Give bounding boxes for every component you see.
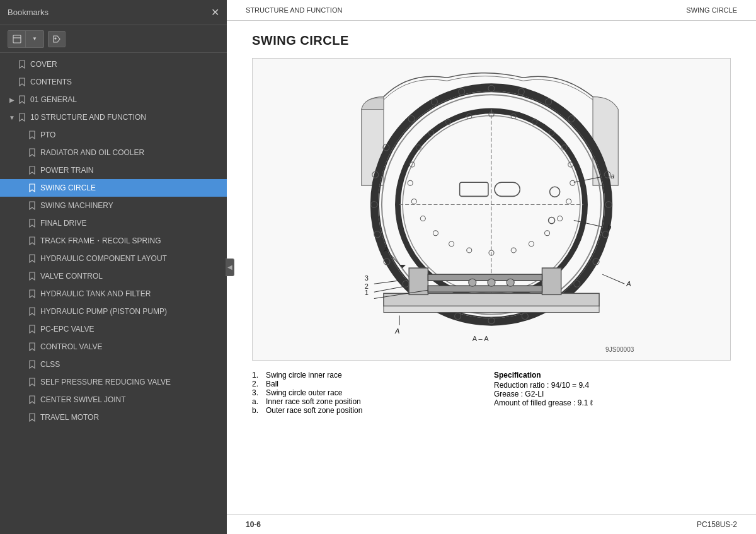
bookmark-icon — [18, 113, 26, 122]
sidebar-item-center-swivel[interactable]: CENTER SWIVEL JOINT — [0, 391, 227, 409]
svg-text:3: 3 — [365, 274, 369, 282]
sidebar-title: Bookmarks — [8, 8, 49, 17]
page-layout-button[interactable] — [8, 31, 26, 47]
page-title: SWING CIRCLE — [252, 33, 349, 47]
part-number: 2. — [252, 380, 262, 388]
sidebar-item-pc-epc[interactable]: PC-EPC VALVE — [0, 320, 227, 338]
chevron-icon: ▼ — [8, 113, 16, 122]
sidebar-item-travel-motor[interactable]: TRAVEL MOTOR — [0, 409, 227, 426]
part-number: 1. — [252, 371, 262, 380]
sidebar-item-valve-control[interactable]: VALVE CONTROL — [0, 267, 227, 285]
sidebar-item-swing-circle[interactable]: SWING CIRCLE — [0, 179, 227, 197]
bookmark-icon — [28, 166, 37, 175]
svg-rect-0 — [13, 35, 21, 43]
sidebar-item-hydraulic-tank[interactable]: HYDRAULIC TANK AND FILTER — [0, 285, 227, 303]
header-left-text: STRUCTURE AND FUNCTION — [246, 6, 342, 14]
chevron-icon — [18, 219, 26, 228]
bookmark-icon — [28, 342, 37, 351]
part-number: b. — [252, 406, 262, 415]
sidebar-item-label: VALVE CONTROL — [40, 272, 103, 281]
document-id: PC158US-2 — [697, 520, 737, 529]
chevron-icon — [18, 166, 26, 175]
sidebar-item-10-structure[interactable]: ▼10 STRUCTURE AND FUNCTION — [0, 108, 227, 126]
svg-text:9JS00003: 9JS00003 — [605, 346, 634, 353]
sidebar-item-label: SWING MACHINERY — [40, 201, 113, 210]
sidebar-item-pto[interactable]: PTO — [0, 126, 227, 144]
bookmark-icon — [28, 413, 37, 422]
svg-point-77 — [507, 279, 514, 286]
sidebar-item-01-general[interactable]: ▶01 GENERAL — [0, 91, 227, 108]
spec-title: Specification — [494, 371, 731, 380]
document-header: STRUCTURE AND FUNCTION SWING CIRCLE — [227, 0, 756, 21]
bookmark-icon — [28, 289, 37, 298]
svg-text:b: b — [607, 223, 611, 231]
sidebar-item-label: SELF PRESSURE REDUCING VALVE — [40, 378, 171, 386]
bookmark-icon — [28, 325, 37, 334]
sidebar-item-label: CENTER SWIVEL JOINT — [40, 395, 126, 404]
sidebar-item-hydraulic-pump[interactable]: HYDRAULIC PUMP (PISTON PUMP) — [0, 303, 227, 320]
svg-text:A – A: A – A — [472, 335, 489, 342]
bookmark-icon — [28, 272, 37, 281]
sidebar-item-label: COVER — [30, 60, 57, 69]
sidebar-item-swing-machinery[interactable]: SWING MACHINERY — [0, 197, 227, 214]
svg-text:A: A — [394, 327, 399, 335]
chevron-icon — [18, 131, 26, 139]
part-text: Swing circle inner race — [266, 371, 342, 380]
svg-text:A: A — [626, 280, 631, 287]
svg-point-2 — [55, 38, 56, 39]
sidebar-item-power-train[interactable]: POWER TRAIN — [0, 161, 227, 179]
svg-text:1: 1 — [365, 289, 369, 296]
sidebar-close-button[interactable]: ✕ — [211, 6, 219, 18]
sidebar-item-cover[interactable]: COVER — [0, 55, 227, 73]
sidebar-item-final-drive[interactable]: FINAL DRIVE — [0, 214, 227, 232]
chevron-icon — [18, 378, 26, 386]
chevron-icon: ▶ — [8, 95, 16, 104]
chevron-icon — [18, 148, 26, 157]
svg-text:a: a — [610, 172, 614, 180]
technical-drawing: a b A — [252, 58, 731, 361]
sidebar-item-radiator[interactable]: RADIATOR AND OIL COOLER — [0, 144, 227, 161]
sidebar-item-self-pressure[interactable]: SELF PRESSURE REDUCING VALVE — [0, 373, 227, 391]
document-content: SWING CIRCLE — [227, 21, 756, 514]
sidebar-item-label: TRACK FRAME・RECOIL SPRING — [40, 236, 161, 247]
part-item: 1.Swing circle inner race — [252, 371, 489, 380]
swing-circle-diagram: a b A — [253, 59, 730, 360]
svg-point-76 — [469, 279, 476, 286]
part-text: Inner race soft zone position — [266, 397, 361, 406]
sidebar-item-control-valve[interactable]: CONTROL VALVE — [0, 338, 227, 356]
chevron-down-toolbar-button[interactable]: ▼ — [26, 31, 43, 47]
sidebar-item-label: HYDRAULIC PUMP (PISTON PUMP) — [40, 307, 167, 316]
part-item: 3.Swing circle outer race — [252, 388, 489, 397]
spec-line: Reduction ratio : 94/10 = 9.4 — [494, 381, 731, 390]
sidebar-toolbar: ▼ — [0, 25, 227, 53]
part-number: 3. — [252, 388, 262, 397]
page-layout-group: ▼ — [8, 30, 44, 48]
chevron-icon — [18, 395, 26, 404]
chevron-icon — [18, 413, 26, 422]
sidebar-item-label: CONTROL VALVE — [40, 342, 102, 351]
sidebar-item-clss[interactable]: CLSS — [0, 356, 227, 373]
tag-button[interactable] — [48, 31, 66, 47]
bookmark-icon — [28, 378, 37, 386]
sidebar-item-label: CLSS — [40, 360, 60, 369]
main-content: STRUCTURE AND FUNCTION SWING CIRCLE SWIN… — [227, 0, 756, 534]
collapse-panel-button[interactable]: ◀ — [226, 258, 234, 276]
document-footer: 10-6 PC158US-2 — [227, 514, 756, 534]
part-text: Ball — [266, 380, 278, 388]
sidebar-item-label: SWING CIRCLE — [40, 183, 96, 192]
sidebar-item-label: CONTENTS — [30, 78, 72, 86]
svg-rect-73 — [428, 274, 542, 281]
spec-line: Grease : G2-LI — [494, 390, 731, 398]
sidebar-item-contents[interactable]: CONTENTS — [0, 73, 227, 91]
bookmark-icon — [28, 131, 37, 139]
sidebar-item-label: 01 GENERAL — [30, 95, 77, 104]
bookmark-icon — [28, 219, 37, 228]
bookmark-icon — [28, 236, 37, 245]
sidebar-item-label: TRAVEL MOTOR — [40, 413, 99, 422]
chevron-icon — [18, 307, 26, 316]
sidebar-item-track-frame[interactable]: TRACK FRAME・RECOIL SPRING — [0, 232, 227, 250]
sidebar: Bookmarks ✕ ▼ COVERCONTENTS▶01 GENERAL▼1… — [0, 0, 227, 534]
sidebar-item-hydraulic-component[interactable]: HYDRAULIC COMPONENT LAYOUT — [0, 250, 227, 267]
chevron-icon — [18, 201, 26, 210]
svg-point-75 — [488, 279, 495, 286]
